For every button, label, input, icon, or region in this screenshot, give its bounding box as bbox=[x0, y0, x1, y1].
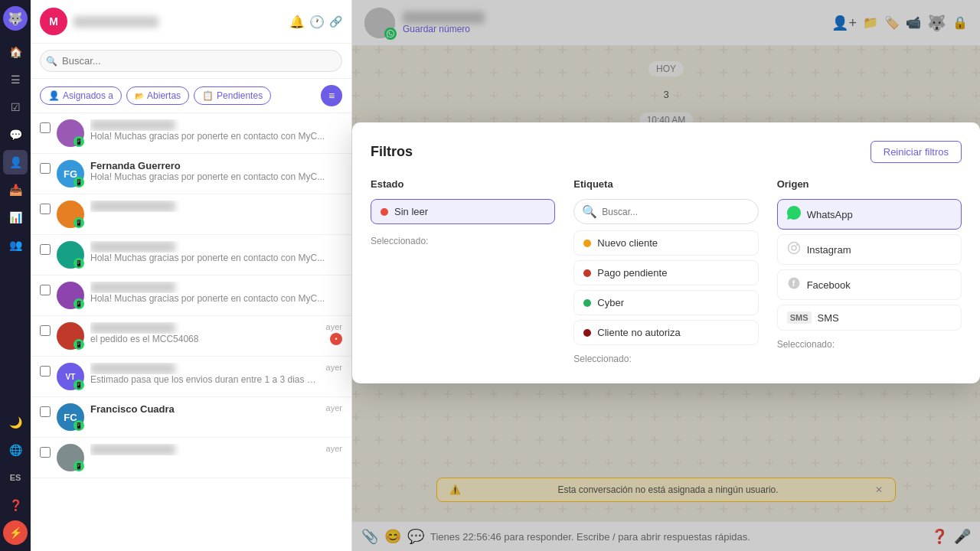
list-item[interactable]: VT 📱 ████████████ Estimado pasa que los … bbox=[31, 357, 351, 397]
list-item[interactable]: 📱 ████████████ bbox=[31, 194, 351, 235]
conv-avatar: 📱 bbox=[57, 444, 84, 471]
filter-button[interactable]: ≡ bbox=[321, 85, 342, 106]
estado-column: Estado Sin leer Seleccionado: bbox=[371, 178, 555, 365]
sin-leer-label: Sin leer bbox=[394, 206, 428, 217]
tab-abiertas[interactable]: 📂 Abiertas bbox=[126, 86, 189, 105]
whatsapp-label: WhatsApp bbox=[807, 209, 853, 220]
estado-selected-label: Seleccionado: bbox=[371, 233, 555, 247]
conv-checkbox[interactable] bbox=[40, 366, 51, 377]
sidebar-item-help[interactable]: ❓ bbox=[3, 493, 28, 517]
instagram-label: Instagram bbox=[807, 244, 851, 256]
conv-name: ████████████ bbox=[90, 241, 342, 253]
svg-point-1 bbox=[792, 246, 796, 250]
user-avatar: M bbox=[40, 8, 67, 35]
sidebar-item-contacts[interactable]: 👤 bbox=[3, 150, 28, 174]
tab-abiertas-icon: 📂 bbox=[135, 92, 144, 100]
conv-avatar: 📱 bbox=[57, 241, 84, 269]
conv-avatar: FC 📱 bbox=[57, 403, 84, 431]
sidebar-item-checkbox[interactable]: ☑ bbox=[3, 95, 28, 119]
origen-title: Origen bbox=[777, 178, 962, 190]
origin-option-sms[interactable]: SMS SMS bbox=[777, 305, 962, 331]
sidebar-item-chat[interactable]: 💬 bbox=[3, 122, 28, 147]
tab-asignados-icon: 👤 bbox=[48, 90, 60, 101]
etiqueta-search-input[interactable] bbox=[602, 207, 750, 217]
origin-option-whatsapp[interactable]: WhatsApp bbox=[777, 199, 962, 230]
sidebar-item-moon[interactable]: 🌙 bbox=[3, 410, 28, 435]
conv-avatar: 📱 bbox=[57, 322, 84, 350]
conv-checkbox[interactable] bbox=[40, 122, 51, 133]
filter-option-sin-leer[interactable]: Sin leer bbox=[371, 199, 555, 224]
sidebar-item-inbox[interactable]: 📥 bbox=[3, 178, 28, 202]
cyber-label: Cyber bbox=[597, 297, 624, 308]
conv-checkbox[interactable] bbox=[40, 325, 51, 336]
wa-badge: 📱 bbox=[74, 461, 84, 471]
conv-checkbox[interactable] bbox=[40, 447, 51, 458]
unread-badge: • bbox=[330, 333, 342, 345]
svg-point-2 bbox=[796, 244, 798, 246]
list-item[interactable]: 📱 ████████████ el pedido es el MCC54068 … bbox=[31, 316, 351, 357]
svg-text:f: f bbox=[792, 279, 795, 288]
sidebar-item-globe[interactable]: 🌐 bbox=[3, 438, 28, 462]
sidebar-item-home[interactable]: 🏠 bbox=[3, 40, 28, 64]
tab-asignados[interactable]: 👤 Asignados a bbox=[40, 86, 122, 105]
search-input[interactable] bbox=[40, 50, 342, 72]
search-icon: 🔍 bbox=[46, 56, 57, 67]
search-wrapper: 🔍 bbox=[40, 50, 342, 72]
bell-icon[interactable]: 🔔 bbox=[289, 15, 305, 29]
sidebar-item-analytics[interactable]: 📊 bbox=[3, 205, 28, 230]
list-item[interactable]: 📱 ████████████ ayer bbox=[31, 438, 351, 478]
origin-option-instagram[interactable]: Instagram bbox=[777, 234, 962, 265]
wa-badge: 📱 bbox=[74, 177, 84, 187]
conv-info: ████████████ Hola! Muchas gracias por po… bbox=[90, 241, 342, 263]
reiniciar-filters-button[interactable]: Reiniciar filtros bbox=[871, 141, 962, 163]
tab-pendientes[interactable]: 📋 Pendientes bbox=[194, 86, 271, 105]
pago-pendiente-dot bbox=[583, 269, 591, 277]
blurred-name: ████████████ bbox=[74, 16, 158, 28]
sidebar-item-bolt[interactable]: ⚡ bbox=[3, 520, 28, 545]
filter-option-cyber[interactable]: Cyber bbox=[573, 290, 758, 315]
conv-avatar: 📱 bbox=[57, 282, 84, 309]
conversation-list: 📱 ████████████ Hola! Muchas gracias por … bbox=[31, 113, 351, 551]
conv-avatar: 📱 bbox=[57, 119, 84, 147]
nuevo-cliente-dot bbox=[583, 240, 591, 247]
conv-preview: Hola! Muchas gracias por ponerte en cont… bbox=[90, 253, 342, 263]
filter-option-pago-pendiente[interactable]: Pago pendiente bbox=[573, 260, 758, 285]
app-logo[interactable]: 🐺 bbox=[3, 6, 28, 31]
list-item[interactable]: FG 📱 Fernanda Guerrero Hola! Muchas grac… bbox=[31, 154, 351, 194]
sidebar-item-menu[interactable]: ☰ bbox=[3, 67, 28, 92]
conv-name: ████████████ bbox=[90, 201, 342, 212]
svg-point-0 bbox=[788, 243, 799, 254]
list-item[interactable]: FC 📱 Francisco Cuadra ayer bbox=[31, 397, 351, 438]
filter-modal: Filtros Reiniciar filtros Estado Sin lee… bbox=[352, 122, 980, 383]
list-item[interactable]: 📱 ████████████ Hola! Muchas gracias por … bbox=[31, 276, 351, 316]
conv-info: ████████████ el pedido es el MCC54068 bbox=[90, 322, 320, 344]
conv-avatar: VT 📱 bbox=[57, 363, 84, 390]
sidebar-item-lang[interactable]: ES bbox=[3, 465, 28, 490]
filter-option-nuevo-cliente[interactable]: Nuevo cliente bbox=[573, 230, 758, 256]
pago-pendiente-label: Pago pendiente bbox=[597, 267, 667, 279]
filter-option-cliente-no-autoriza[interactable]: Cliente no autoriza bbox=[573, 320, 758, 345]
conv-checkbox[interactable] bbox=[40, 406, 51, 417]
conv-preview: Hola! Muchas gracias por ponerte en cont… bbox=[90, 293, 342, 304]
sms-label: SMS bbox=[818, 312, 839, 324]
search-bar: 🔍 bbox=[31, 44, 351, 79]
list-item[interactable]: 📱 ████████████ Hola! Muchas gracias por … bbox=[31, 113, 351, 154]
conv-checkbox[interactable] bbox=[40, 244, 51, 255]
filter-tabs: 👤 Asignados a 📂 Abiertas 📋 Pendientes ≡ bbox=[31, 79, 351, 113]
tab-pendientes-icon: 📋 bbox=[202, 90, 214, 101]
conv-preview: Hola! Muchas gracias por ponerte en cont… bbox=[90, 171, 342, 182]
cliente-no-autoriza-dot bbox=[583, 329, 591, 337]
list-item[interactable]: 📱 ████████████ Hola! Muchas gracias por … bbox=[31, 235, 351, 276]
wa-badge: 📱 bbox=[74, 380, 84, 390]
share-icon[interactable]: 🔗 bbox=[329, 15, 342, 28]
conv-checkbox[interactable] bbox=[40, 204, 51, 214]
facebook-icon: f bbox=[787, 276, 801, 293]
sidebar-item-people[interactable]: 👥 bbox=[3, 233, 28, 257]
estado-title: Estado bbox=[371, 178, 555, 190]
origin-option-facebook[interactable]: f Facebook bbox=[777, 269, 962, 300]
clock-icon[interactable]: 🕐 bbox=[309, 15, 325, 29]
etiqueta-search: 🔍 bbox=[573, 199, 758, 224]
conv-checkbox[interactable] bbox=[40, 285, 51, 295]
tab-pendientes-label: Pendientes bbox=[217, 90, 263, 101]
conv-checkbox[interactable] bbox=[40, 163, 51, 174]
